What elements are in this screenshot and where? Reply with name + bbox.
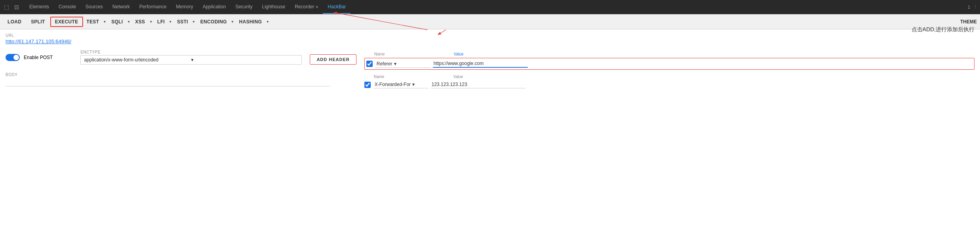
enable-post-toggle[interactable]	[6, 54, 20, 61]
header-name-field-1: Referer ▾	[375, 60, 430, 68]
devtools-toolbar: ⬚ ⊡ Elements Console Sources Network Per…	[0, 0, 980, 14]
hashing-button[interactable]: HASHING	[236, 17, 264, 27]
header-value-field-2[interactable]	[431, 81, 526, 88]
ssti-arrow[interactable]: ▾	[191, 17, 197, 26]
url-section: URL http://61.147.171.105:64946/	[6, 33, 974, 44]
header-row-1-container: Name Value Referer ▾	[364, 58, 974, 70]
tab-hackbar[interactable]: HackBar	[323, 0, 351, 14]
tab-console[interactable]: Console	[54, 0, 81, 14]
xss-arrow[interactable]: ▾	[148, 17, 154, 26]
more-options-icon[interactable]: ⋮	[973, 4, 978, 10]
device-icon[interactable]: ⊡	[13, 3, 21, 11]
post-left: Enable POST enctype application/x-www-fo…	[6, 50, 356, 86]
post-section: Enable POST enctype application/x-www-fo…	[6, 50, 974, 88]
encoding-dropdown: ENCODING ▾	[197, 17, 235, 27]
tab-security[interactable]: Security	[231, 0, 257, 14]
inspect-icon[interactable]: ⬚	[2, 3, 10, 11]
header-name-field-2: X-Forwarded-For ▾	[373, 81, 428, 88]
body-input[interactable]	[6, 78, 330, 86]
header-checkbox-1[interactable]	[366, 61, 373, 67]
header-name-label-1: Name	[374, 52, 385, 56]
tab-sources[interactable]: Sources	[81, 0, 108, 14]
header-row-2: Name Value X-Forwarded-For ▾	[364, 81, 974, 88]
url-label: URL	[6, 33, 974, 38]
enctype-group: enctype application/x-www-form-urlencode…	[80, 50, 302, 65]
sqli-arrow[interactable]: ▾	[126, 17, 132, 26]
headers-panel: 点击ADD,进行添加后执行 Name Value Referer ▾	[364, 50, 974, 88]
enctype-value: application/x-www-form-urlencoded	[84, 57, 191, 63]
header-value-field-1[interactable]	[433, 60, 528, 68]
header-name-arrow-1: ▾	[394, 61, 396, 67]
tab-network[interactable]: Network	[108, 0, 135, 14]
body-section: Body	[6, 73, 356, 86]
xss-button[interactable]: XSS	[133, 17, 148, 27]
tab-memory[interactable]: Memory	[171, 0, 198, 14]
main-content: URL http://61.147.171.105:64946/ Enable …	[0, 29, 980, 92]
enctype-select[interactable]: application/x-www-form-urlencoded ▾	[80, 55, 302, 65]
load-button[interactable]: LOAD	[3, 17, 26, 27]
notification-badge: 1	[968, 5, 970, 10]
lfi-arrow[interactable]: ▾	[167, 17, 173, 26]
ssti-button[interactable]: SSTI	[174, 17, 191, 27]
header-row-1: Name Value Referer ▾	[364, 58, 974, 70]
body-label: Body	[6, 73, 356, 77]
split-button[interactable]: SPLIT	[27, 17, 49, 27]
enable-post-row: Enable POST enctype application/x-www-fo…	[6, 50, 356, 65]
header-checkbox-2[interactable]	[364, 82, 371, 88]
header-row-2-container: Name Value X-Forwarded-For ▾	[364, 81, 974, 88]
enctype-label: enctype	[80, 50, 302, 54]
header-name-arrow-2: ▾	[412, 82, 415, 87]
encoding-arrow[interactable]: ▾	[229, 17, 235, 26]
execute-button[interactable]: EXECUTE	[50, 17, 83, 27]
header-value-label-1: Value	[454, 52, 464, 56]
devtools-right-area: 1 ⋮	[968, 4, 978, 10]
tab-application[interactable]: Application	[198, 0, 231, 14]
tab-performance[interactable]: Performance	[135, 0, 171, 14]
annotation-text: 点击ADD,进行添加后执行	[912, 26, 974, 33]
devtools-icon-group: ⬚ ⊡	[2, 3, 21, 11]
ssti-dropdown: SSTI ▾	[174, 17, 197, 27]
sqli-button[interactable]: SQLI	[108, 17, 125, 27]
hashing-arrow[interactable]: ▾	[265, 17, 271, 26]
header-name-label-2: Name	[374, 75, 385, 79]
test-button[interactable]: TEST	[84, 17, 102, 27]
tab-elements[interactable]: Elements	[25, 0, 54, 14]
sqli-dropdown: SQLI ▾	[108, 17, 131, 27]
lfi-button[interactable]: LFI	[155, 17, 168, 27]
xss-dropdown: XSS ▾	[133, 17, 154, 27]
tab-recorder[interactable]: Recorder »	[290, 0, 323, 14]
url-value[interactable]: http://61.147.171.105:64946/	[6, 38, 974, 44]
add-header-button[interactable]: ADD HEADER	[310, 54, 356, 65]
enable-post-label: Enable POST	[24, 55, 53, 60]
header-name-2: X-Forwarded-For	[375, 82, 411, 87]
enctype-arrow-icon: ▾	[191, 57, 298, 63]
header-value-label-2: Value	[453, 75, 463, 79]
lfi-dropdown: LFI ▾	[155, 17, 174, 27]
header-name-1: Referer	[377, 61, 392, 67]
devtools-tabs: Elements Console Sources Network Perform…	[25, 0, 351, 14]
test-arrow[interactable]: ▾	[102, 17, 108, 26]
hashing-dropdown: HASHING ▾	[236, 17, 270, 27]
tab-lighthouse[interactable]: Lighthouse	[257, 0, 290, 14]
theme-button[interactable]: THEME	[960, 19, 977, 25]
test-dropdown: TEST ▾	[84, 17, 108, 27]
hackbar-toolbar: LOAD SPLIT EXECUTE TEST ▾ SQLI ▾ XSS ▾ L…	[0, 14, 980, 29]
encoding-button[interactable]: ENCODING	[197, 17, 229, 27]
